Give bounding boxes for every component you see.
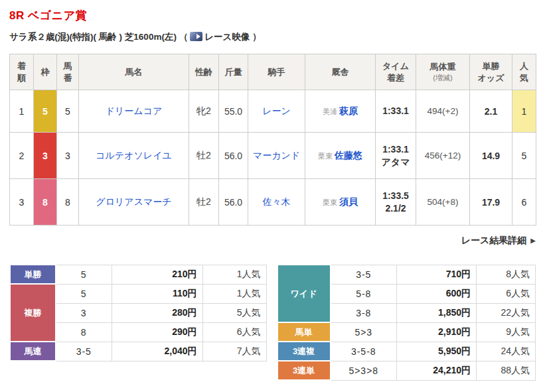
horse-weight: 456(+12) (416, 133, 470, 179)
frame-number-badge: 8 (34, 179, 57, 226)
time-margin-cell: 1:33.1 (376, 90, 416, 133)
bet-combination: 5 (56, 265, 112, 284)
race-video-link[interactable]: レース映像 (188, 32, 250, 42)
bet-type-trio: 3連複 (277, 342, 331, 361)
payout-amount: 600円 (397, 284, 477, 303)
payout-popularity: 88人気 (477, 361, 536, 380)
sex-age: 牡2 (189, 179, 219, 226)
carried-weight: 56.0 (219, 179, 248, 226)
horse-name-link[interactable]: コルテオソレイユ (96, 150, 172, 161)
race-conditions: サラ系２歳(混)(特指)( 馬齢 ) 芝1600m(左) （レース映像 ） (9, 31, 536, 43)
payout-section: 単勝 5 210円 1人気 複勝 5 110円 1人気 3 280円 5人気 8… (9, 264, 536, 381)
col-header-finish: 着 順 (10, 54, 34, 90)
jockey-link[interactable]: マーカンド (253, 150, 300, 161)
bet-combination: 5 (56, 284, 112, 303)
finish-position: 2 (10, 133, 34, 179)
horse-weight: 494(+2) (416, 90, 470, 133)
bet-combination: 3-5-8 (331, 342, 397, 361)
finish-time: 1:33.1 (382, 144, 409, 155)
race-title: 8R ベゴニア賞 (9, 8, 536, 23)
col-header-odds: 単勝 オッズ (470, 54, 512, 90)
time-margin-cell: 1:33.52.1/2 (376, 179, 416, 226)
results-header-row: 着 順 枠 馬 番 馬名 性齢 斤量 騎手 厩舎 タイム 着差 馬体重(増減) … (10, 54, 536, 90)
bet-combination: 8 (56, 322, 112, 342)
horse-name-link[interactable]: グロリアスマーチ (96, 196, 171, 207)
bet-type-quinella: 馬連 (10, 342, 56, 361)
stable-region: 美浦 (323, 107, 337, 115)
jockey-cell: 佐々木 (248, 179, 305, 226)
horse-weight: 504(+8) (416, 179, 470, 226)
bet-combination: 5>3 (331, 322, 397, 342)
horse-name-cell: グロリアスマーチ (79, 179, 189, 226)
jockey-link[interactable]: レーン (262, 105, 291, 116)
detail-link-row: レース結果詳細▶ (9, 234, 536, 247)
stable-cell: 美浦萩原 (305, 90, 376, 133)
payout-row-wide: ワイド 3-5 710円 8人気 (277, 265, 536, 284)
jockey-link[interactable]: 佐々木 (263, 196, 291, 207)
horse-name-cell: ドリームコア (79, 90, 189, 133)
horse-name-link[interactable]: ドリームコア (106, 105, 163, 116)
bet-type-place: 複勝 (10, 284, 56, 342)
paren-close: ） (252, 32, 262, 42)
payout-popularity: 8人気 (477, 265, 536, 284)
payout-popularity: 7人気 (202, 342, 266, 361)
finish-time: 1:33.1 (382, 105, 409, 116)
trainer-link[interactable]: 須貝 (339, 196, 358, 207)
sex-age: 牡2 (189, 133, 219, 179)
jockey-cell: マーカンド (248, 133, 305, 179)
favorite-rank: 1 (512, 90, 536, 133)
payout-row-quinella: 馬連 3-5 2,040円 7人気 (10, 342, 266, 361)
bet-type-exacta: 馬単 (277, 322, 331, 342)
race-result-detail-link[interactable]: レース結果詳細▶ (461, 235, 536, 245)
payout-table-left: 単勝 5 210円 1人気 複勝 5 110円 1人気 3 280円 5人気 8… (9, 264, 267, 361)
table-row: 1 5 5 ドリームコア 牝2 55.0 レーン 美浦萩原 1:33.1 494… (10, 90, 536, 133)
finish-position: 3 (10, 179, 34, 226)
col-header-horse-weight: 馬体重(増減) (416, 54, 470, 90)
margin: アタマ (377, 156, 414, 168)
col-header-time-margin: タイム 着差 (376, 54, 416, 90)
bet-combination: 5>3>8 (331, 361, 397, 380)
table-row: 2 3 3 コルテオソレイユ 牡2 56.0 マーカンド 栗東佐藤悠 1:33.… (10, 133, 536, 179)
payout-amount: 110円 (112, 284, 202, 303)
payout-amount: 5,950円 (397, 342, 477, 361)
trainer-link[interactable]: 佐藤悠 (335, 150, 362, 161)
payout-table-right: ワイド 3-5 710円 8人気 5-8 600円 6人気 3-8 1,850円… (277, 264, 536, 381)
favorite-rank: 5 (512, 133, 536, 179)
bet-combination: 3-5 (56, 342, 112, 361)
race-result-page: 8R ベゴニア賞 サラ系２歳(混)(特指)( 馬齢 ) 芝1600m(左) （レ… (0, 0, 545, 381)
horse-number: 5 (57, 90, 79, 133)
col-header-sex-age: 性齢 (189, 54, 219, 90)
trainer-link[interactable]: 萩原 (339, 105, 358, 116)
col-header-frame: 枠 (34, 54, 57, 90)
jockey-cell: レーン (248, 90, 305, 133)
payout-popularity: 1人気 (202, 265, 266, 284)
chevron-right-icon: ▶ (530, 237, 536, 244)
payout-popularity: 6人気 (477, 284, 536, 303)
col-header-horse: 馬名 (79, 54, 189, 90)
bet-type-win: 単勝 (10, 265, 56, 284)
win-odds: 2.1 (470, 90, 512, 133)
payout-popularity: 1人気 (202, 284, 266, 303)
play-icon (196, 34, 200, 39)
bet-type-trifecta: 3連単 (277, 361, 331, 380)
col-header-favorite: 人 気 (512, 54, 536, 90)
margin: 2.1/2 (377, 202, 414, 215)
payout-row-place: 複勝 5 110円 1人気 (10, 284, 266, 303)
bet-type-wide: ワイド (277, 265, 331, 322)
payout-amount: 2,910円 (397, 322, 477, 342)
bet-combination: 5-8 (331, 284, 397, 303)
race-video-label[interactable]: レース映像 (204, 32, 250, 42)
video-icon (190, 32, 202, 41)
col-header-weight: 斤量 (219, 54, 248, 90)
time-margin-cell: 1:33.1アタマ (376, 133, 416, 179)
payout-amount: 1,850円 (397, 303, 477, 322)
bet-combination: 3-8 (331, 303, 397, 322)
stable-region: 栗東 (323, 198, 337, 206)
bet-combination: 3 (56, 303, 112, 322)
payout-row-win: 単勝 5 210円 1人気 (10, 265, 266, 284)
payout-amount: 710円 (397, 265, 477, 284)
horse-number: 3 (57, 133, 79, 179)
payout-popularity: 5人気 (202, 303, 266, 322)
race-results-table: 着 順 枠 馬 番 馬名 性齢 斤量 騎手 厩舎 タイム 着差 馬体重(増減) … (9, 54, 536, 226)
payout-amount: 210円 (112, 265, 202, 284)
